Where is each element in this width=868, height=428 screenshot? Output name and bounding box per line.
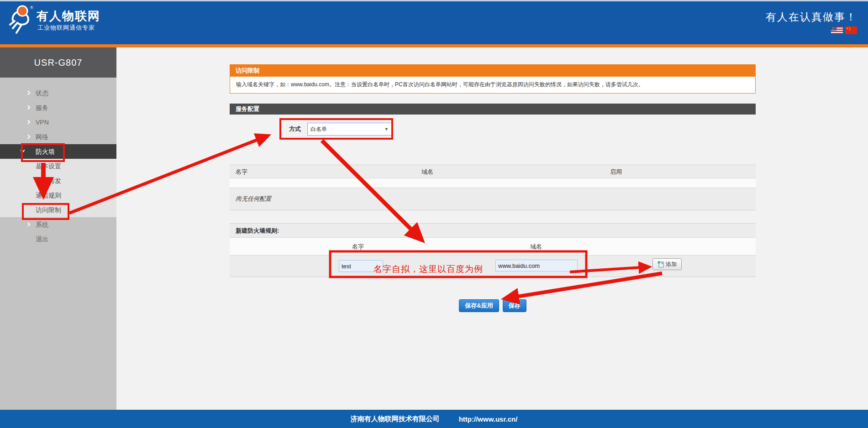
sidebar-item-label: 系统	[36, 221, 48, 228]
banner-highlight-line	[0, 0, 868, 1]
chevron-right-icon	[26, 135, 31, 139]
language-flags	[831, 26, 857, 34]
new-rule-title: 新建防火墙规则:	[230, 224, 756, 238]
chevron-right-icon	[26, 105, 31, 110]
sidebar: USR-G807 状态 服务 VPN 网络 防火墙	[0, 47, 116, 410]
registered-mark: ®	[30, 5, 33, 10]
sidebar-item-basic-settings[interactable]: 基本设置	[0, 159, 116, 173]
chevron-right-icon	[26, 222, 31, 227]
usr-logo-icon: ®	[7, 5, 34, 39]
save-button-row: 保存&应用 保存	[230, 299, 756, 312]
device-model-title: USR-G807	[0, 47, 116, 78]
footer-company: 济南有人物联网技术有限公司	[351, 415, 440, 423]
sidebar-item-label: 服务	[36, 104, 48, 111]
sidebar-item-label: 端口转发	[36, 177, 61, 184]
sidebar-item-port-forwarding[interactable]: 端口转发	[0, 173, 116, 188]
page-title: 访问限制	[230, 64, 756, 77]
sidebar-item-logout[interactable]: 退出	[0, 232, 116, 246]
mode-selected-value: 白名单	[310, 126, 327, 132]
sidebar-item-label: 访问限制	[36, 206, 61, 214]
footer-bar: 济南有人物联网技术有限公司 http://www.usr.cn/	[0, 410, 868, 428]
save-apply-button[interactable]: 保存&应用	[459, 299, 499, 312]
sidebar-item-services[interactable]: 服务	[0, 100, 116, 115]
sidebar-item-label: 防火墙	[36, 148, 55, 155]
sidebar-item-label: 状态	[36, 89, 48, 97]
cn-flag-icon[interactable]	[845, 26, 857, 34]
brand-name: 有人物联网	[37, 8, 100, 24]
mode-row: 方式 白名单 ▼	[289, 122, 392, 136]
sidebar-item-traffic-rules[interactable]: 通信规则	[0, 188, 116, 203]
main-content: 访问限制 输入域名关键字，如：www.baidu.com。注意：当设置白名单时，…	[230, 64, 756, 94]
sidebar-menu: 状态 服务 VPN 网络 防火墙 基本设置	[0, 78, 116, 246]
firewall-submenu: 基本设置 端口转发 通信规则 访问限制	[0, 159, 116, 217]
chevron-right-icon	[26, 120, 31, 125]
sidebar-item-vpn[interactable]: VPN	[0, 115, 116, 130]
empty-config-text: 尚无任何配置	[230, 195, 271, 203]
add-button[interactable]: 添加	[652, 258, 682, 270]
column-header-name: 名字	[236, 165, 247, 178]
footer-url-link[interactable]: http://www.usr.cn/	[459, 415, 518, 423]
rule-domain-input[interactable]	[495, 260, 578, 271]
add-button-label: 添加	[666, 261, 677, 268]
new-rule-name-header: 名字	[352, 238, 364, 256]
rules-table-empty-row: 尚无任何配置	[230, 188, 756, 210]
sidebar-item-system[interactable]: 系统	[0, 217, 116, 232]
service-config-header: 服务配置	[230, 104, 756, 115]
new-rule-domain-header: 域名	[530, 238, 542, 256]
orange-divider-bar	[0, 44, 868, 47]
new-rule-header-row: 名字 域名	[230, 238, 756, 256]
sidebar-item-label: 基本设置	[36, 162, 61, 170]
sidebar-item-access-restriction[interactable]: 访问限制	[0, 203, 116, 217]
chevron-down-icon	[21, 148, 25, 153]
sidebar-item-status[interactable]: 状态	[0, 86, 116, 100]
mode-label: 方式	[289, 125, 301, 133]
column-header-domain: 域名	[421, 165, 433, 178]
sidebar-item-label: 通信规则	[36, 192, 61, 199]
sidebar-item-firewall[interactable]: 防火墙	[0, 144, 116, 159]
sidebar-item-network[interactable]: 网络	[0, 130, 116, 144]
sidebar-item-label: VPN	[36, 119, 49, 126]
mode-select[interactable]: 白名单 ▼	[307, 123, 392, 136]
rules-table-spacer-row	[230, 178, 756, 188]
brand-tagline: 工业物联网通信专家	[37, 24, 95, 32]
annotation-arrow-add-to-save	[506, 273, 662, 298]
company-slogan: 有人在认真做事！	[766, 10, 857, 24]
column-header-enable: 启用	[610, 165, 622, 178]
save-button[interactable]: 保存	[503, 299, 526, 312]
notice-text: 输入域名关键字，如：www.baidu.com。注意：当设置白名单时，PC首次访…	[230, 77, 756, 94]
router-admin-page: ® 有人物联网 工业物联网通信专家 有人在认真做事！	[0, 0, 868, 428]
top-banner: ® 有人物联网 工业物联网通信专家 有人在认真做事！	[0, 0, 868, 44]
rules-table-header-row: 名字 域名 启用	[230, 165, 756, 178]
new-rule-input-row: 添加	[230, 256, 756, 277]
select-dropdown-arrow-icon: ▼	[384, 123, 389, 135]
add-page-icon	[658, 261, 664, 268]
sidebar-item-label: 退出	[36, 235, 48, 243]
rules-table: 名字 域名 启用 尚无任何配置	[230, 165, 756, 210]
chevron-right-icon	[26, 91, 31, 95]
us-flag-icon[interactable]	[831, 26, 843, 34]
sidebar-item-label: 网络	[36, 133, 48, 141]
new-rule-section: 新建防火墙规则: 名字 域名 添加	[230, 223, 756, 277]
rule-name-input[interactable]	[339, 260, 383, 272]
